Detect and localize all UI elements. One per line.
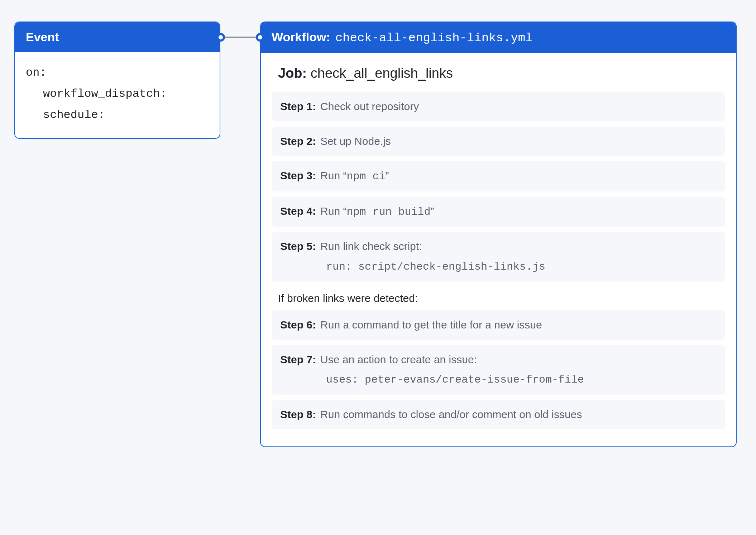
step-description: Set up Node.js bbox=[320, 135, 391, 147]
step-label: Step 4: bbox=[280, 205, 316, 217]
workflow-card-body: Job: check_all_english_links Step 1:Chec… bbox=[261, 53, 736, 446]
step-description: Run a command to get the title for a new… bbox=[320, 319, 542, 331]
step-description: Use an action to create an issue: bbox=[320, 354, 477, 365]
workflow-step: Step 4:Run “npm run build” bbox=[272, 197, 725, 227]
step-label: Step 3: bbox=[280, 170, 316, 181]
step-detail: uses: peter-evans/create-issue-from-file bbox=[280, 371, 717, 388]
workflow-step: Step 2:Set up Node.js bbox=[272, 127, 725, 156]
event-trigger-line: on: bbox=[26, 62, 209, 83]
workflow-step: Step 3:Run “npm ci” bbox=[272, 161, 725, 191]
step-label: Step 7: bbox=[280, 354, 316, 365]
workflow-header-label: Workflow: bbox=[272, 30, 330, 44]
job-title: Job: check_all_english_links bbox=[272, 63, 725, 92]
connector-dot-right bbox=[256, 33, 264, 42]
condition-label: If broken links were detected: bbox=[272, 287, 725, 310]
step-label: Step 5: bbox=[280, 240, 316, 252]
event-card-header: Event bbox=[15, 22, 220, 52]
event-trigger-line: schedule: bbox=[26, 104, 209, 126]
event-card-body: on: workflow_dispatch: schedule: bbox=[15, 52, 220, 138]
step-detail: run: script/check-english-links.js bbox=[280, 259, 717, 275]
step-description: Check out repository bbox=[320, 100, 419, 112]
step-label: Step 2: bbox=[280, 135, 316, 147]
workflow-step: Step 8:Run commands to close and/or comm… bbox=[272, 400, 725, 430]
workflow-card: Workflow: check-all-english-links.yml Jo… bbox=[260, 22, 737, 447]
step-description: Run link check script: bbox=[320, 240, 422, 252]
event-trigger-line: workflow_dispatch: bbox=[26, 83, 209, 104]
step-label: Step 6: bbox=[280, 319, 316, 331]
workflow-card-header: Workflow: check-all-english-links.yml bbox=[261, 22, 736, 53]
step-description: Run commands to close and/or comment on … bbox=[320, 408, 582, 420]
step-label: Step 8: bbox=[280, 408, 316, 420]
step-description: Run “npm run build” bbox=[320, 205, 434, 217]
event-header-label: Event bbox=[26, 30, 59, 44]
step-description: Run “npm ci” bbox=[320, 170, 389, 181]
workflow-step: Step 1:Check out repository bbox=[272, 92, 725, 122]
connector-dot-left bbox=[216, 33, 225, 42]
workflow-step: Step 5:Run link check script:run: script… bbox=[272, 232, 725, 281]
event-card: Event on: workflow_dispatch: schedule: bbox=[14, 22, 220, 139]
workflow-step: Step 7:Use an action to create an issue:… bbox=[272, 345, 725, 395]
workflow-step: Step 6:Run a command to get the title fo… bbox=[272, 310, 725, 340]
workflow-filename: check-all-english-links.yml bbox=[335, 31, 533, 45]
step-label: Step 1: bbox=[280, 100, 316, 112]
